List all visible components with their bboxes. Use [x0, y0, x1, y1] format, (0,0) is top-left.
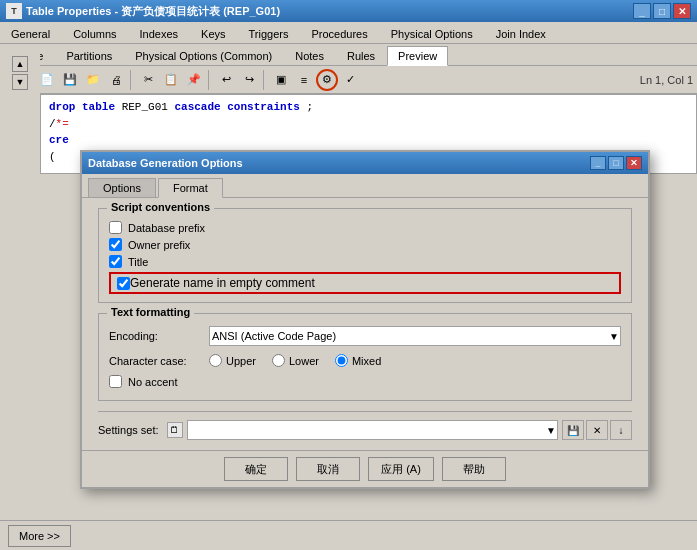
database-prefix-label: Database prefix	[128, 222, 205, 234]
title-bar: T Table Properties - 资产负债项目统计表 (REP_G01)…	[0, 0, 697, 22]
sep4	[263, 70, 267, 90]
character-case-row: Character case: Upper Lower Mixed	[109, 354, 621, 367]
toolbar-view1-btn[interactable]: ▣	[270, 69, 292, 91]
tab-physical-options[interactable]: Physical Options	[380, 24, 484, 43]
toolbar-paste-btn[interactable]: 📌	[183, 69, 205, 91]
mixed-radio-label: Mixed	[335, 354, 381, 367]
database-prefix-row: Database prefix	[109, 221, 621, 234]
window-icon: T	[6, 3, 22, 19]
toolbar-print-btn[interactable]: 🖨	[105, 69, 127, 91]
tab-general[interactable]: General	[0, 24, 61, 43]
character-case-label: Character case:	[109, 355, 209, 367]
dialog-minimize[interactable]: _	[590, 156, 606, 170]
tab-keys[interactable]: Keys	[190, 24, 236, 43]
dialog-close[interactable]: ✕	[626, 156, 642, 170]
generate-name-row: Generate name in empty comment	[109, 272, 621, 294]
dialog-content: Script conventions Database prefix Owner…	[82, 197, 648, 450]
apply-button[interactable]: 应用 (A)	[368, 457, 434, 481]
toolbar-check-btn[interactable]: ✓	[339, 69, 361, 91]
toolbar-status: Ln 1, Col 1	[640, 74, 693, 86]
minimize-button[interactable]: _	[633, 3, 651, 19]
script-conventions-title: Script conventions	[107, 201, 214, 213]
scroll-up[interactable]: ▲	[12, 56, 28, 72]
tab-columns[interactable]: Columns	[62, 24, 127, 43]
tab-notes[interactable]: Notes	[284, 46, 335, 65]
title-row: Title	[109, 255, 621, 268]
encoding-label: Encoding:	[109, 330, 209, 342]
title-checkbox[interactable]	[109, 255, 122, 268]
tab-partitions[interactable]: Partitions	[55, 46, 123, 65]
more-button[interactable]: More >>	[8, 525, 71, 547]
close-button[interactable]: ✕	[673, 3, 691, 19]
settings-icon: 🗒	[167, 422, 183, 438]
lower-radio-label: Lower	[272, 354, 319, 367]
toolbar-view2-btn[interactable]: ≡	[293, 69, 315, 91]
ok-button[interactable]: 确定	[224, 457, 288, 481]
toolbar-redo-btn[interactable]: ↪	[238, 69, 260, 91]
text-formatting-group: Text formatting Encoding: ANSI (Active C…	[98, 313, 632, 401]
dialog-tab-options[interactable]: Options	[88, 178, 156, 197]
encoding-row: Encoding: ANSI (Active Code Page) ▼	[109, 326, 621, 346]
owner-prefix-row: Owner prefix	[109, 238, 621, 251]
toolbar-open-btn[interactable]: 📁	[82, 69, 104, 91]
generate-name-label: Generate name in empty comment	[130, 276, 315, 290]
scroll-down[interactable]: ▼	[12, 74, 28, 90]
scroll-area: ▲ ▼	[0, 52, 40, 512]
help-button[interactable]: 帮助	[442, 457, 506, 481]
text-formatting-title: Text formatting	[107, 306, 194, 318]
upper-radio[interactable]	[209, 354, 222, 367]
settings-delete-btn[interactable]: ✕	[586, 420, 608, 440]
tab-join-index[interactable]: Join Index	[485, 24, 557, 43]
generate-name-checkbox[interactable]	[117, 277, 130, 290]
dialog-maximize[interactable]: □	[608, 156, 624, 170]
code-line-2: /*=	[49, 116, 688, 133]
settings-buttons: 💾 ✕ ↓	[562, 420, 632, 440]
dialog-tab-format[interactable]: Format	[158, 178, 223, 198]
owner-prefix-checkbox[interactable]	[109, 238, 122, 251]
no-accent-row: No accent	[109, 375, 621, 388]
code-line-3: cre	[49, 132, 688, 149]
sep3	[208, 70, 212, 90]
dialog-tab-bar: Options Format	[82, 174, 648, 197]
mixed-radio-text: Mixed	[352, 355, 381, 367]
mixed-radio[interactable]	[335, 354, 348, 367]
settings-label: Settings set:	[98, 424, 159, 436]
dialog-title-bar: Database Generation Options _ □ ✕	[82, 152, 648, 174]
script-conventions-group: Script conventions Database prefix Owner…	[98, 208, 632, 303]
main-tab-bar-2: Oracle Partitions Physical Options (Comm…	[0, 44, 697, 66]
toolbar: ▼ 📄 💾 📁 🖨 ✂ 📋 📌 ↩ ↪ ▣ ≡ ⚙ ✓ Ln 1, Col 1	[0, 66, 697, 94]
settings-import-btn[interactable]: ↓	[610, 420, 632, 440]
upper-radio-text: Upper	[226, 355, 256, 367]
dialog-database-generation: Database Generation Options _ □ ✕ Option…	[80, 150, 650, 489]
window-title: Table Properties - 资产负债项目统计表 (REP_G01)	[26, 4, 633, 19]
toolbar-undo-btn[interactable]: ↩	[215, 69, 237, 91]
lower-radio[interactable]	[272, 354, 285, 367]
tab-indexes[interactable]: Indexes	[129, 24, 190, 43]
dialog-buttons: 确定 取消 应用 (A) 帮助	[82, 450, 648, 487]
dialog-title-controls: _ □ ✕	[590, 156, 642, 170]
code-line-1: drop table REP_G01 cascade constraints ;	[49, 99, 688, 116]
cancel-button[interactable]: 取消	[296, 457, 360, 481]
tab-rules[interactable]: Rules	[336, 46, 386, 65]
toolbar-copy-btn[interactable]: 📋	[160, 69, 182, 91]
dialog-title: Database Generation Options	[88, 157, 590, 169]
settings-select[interactable]	[187, 420, 558, 440]
toolbar-save-btn[interactable]: 💾	[59, 69, 81, 91]
no-accent-checkbox[interactable]	[109, 375, 122, 388]
toolbar-cut-btn[interactable]: ✂	[137, 69, 159, 91]
settings-row: Settings set: 🗒 ▼ 💾 ✕ ↓	[98, 411, 632, 440]
settings-select-wrapper: ▼	[187, 420, 558, 440]
sep2	[130, 70, 134, 90]
tab-physical-common[interactable]: Physical Options (Common)	[124, 46, 283, 65]
tab-procedures[interactable]: Procedures	[300, 24, 378, 43]
encoding-select[interactable]: ANSI (Active Code Page)	[209, 326, 621, 346]
maximize-button[interactable]: □	[653, 3, 671, 19]
settings-save-btn[interactable]: 💾	[562, 420, 584, 440]
main-tab-bar: General Columns Indexes Keys Triggers Pr…	[0, 22, 697, 44]
tab-preview[interactable]: Preview	[387, 46, 448, 66]
toolbar-generate-btn[interactable]: ⚙	[316, 69, 338, 91]
database-prefix-checkbox[interactable]	[109, 221, 122, 234]
tab-triggers[interactable]: Triggers	[238, 24, 300, 43]
owner-prefix-label: Owner prefix	[128, 239, 190, 251]
no-accent-label: No accent	[128, 376, 178, 388]
